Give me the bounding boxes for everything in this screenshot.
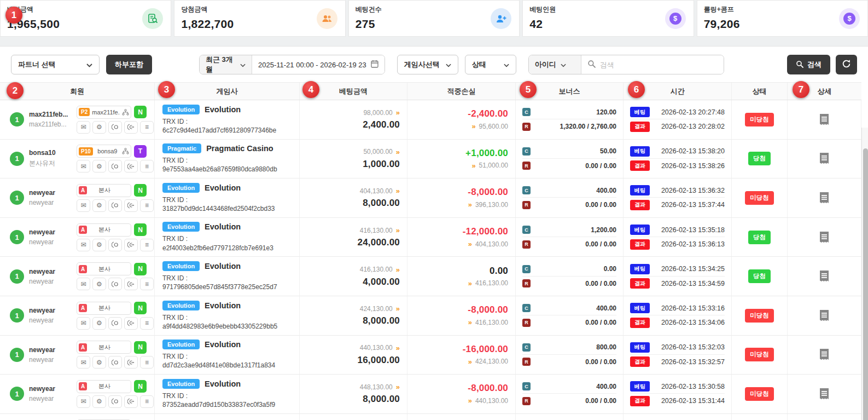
menu-icon[interactable]: ≡ (140, 160, 154, 172)
stats-cards: 베팅금액 1,965,500 당첨금액 1,822,700 베팅건수 275 베… (0, 0, 868, 37)
status-cell: 당첨 (732, 140, 788, 179)
settings-icon[interactable]: ⚙ (92, 356, 106, 369)
bet-time-badge: 베팅 (630, 342, 650, 353)
settings-icon[interactable]: ⚙ (92, 239, 106, 251)
menu-icon[interactable]: ≡ (140, 199, 154, 212)
menu-icon[interactable]: ≡ (140, 121, 154, 134)
mail-icon[interactable]: ✉ (77, 160, 90, 172)
period-select[interactable]: 최근 3개월 (200, 55, 252, 74)
partner-name[interactable]: 본사 (89, 186, 120, 194)
menu-icon[interactable]: ≡ (140, 395, 154, 408)
login-as-icon[interactable] (124, 160, 138, 172)
settings-icon[interactable]: ⚙ (92, 121, 106, 134)
col-header-game[interactable]: 게임사 (155, 83, 300, 100)
mail-icon[interactable]: ✉ (77, 121, 90, 134)
username[interactable]: newyear (29, 346, 72, 354)
mail-icon[interactable]: ✉ (77, 317, 90, 330)
menu-icon[interactable]: ≡ (140, 356, 154, 369)
game-cell: Evolution Evolution TRX ID : 971796805de… (155, 257, 300, 296)
time-cell: 베팅 2026-02-13 15:35:18 결과 2026-02-13 15:… (624, 218, 732, 257)
tree-icon[interactable] (122, 109, 129, 116)
menu-icon[interactable]: ≡ (140, 278, 154, 290)
search-input[interactable] (600, 61, 718, 69)
result-time: 2026-02-13 15:31:44 (661, 397, 725, 405)
login-as-icon[interactable] (124, 121, 138, 134)
login-as-icon[interactable] (124, 278, 138, 290)
settings-icon[interactable]: ⚙ (92, 160, 106, 172)
date-range-input[interactable]: 2025-11-21 00:00 - 2026-02-19 23 (252, 55, 385, 74)
login-as-icon[interactable] (124, 317, 138, 330)
partner-name[interactable]: 본사 (89, 343, 120, 352)
partner-name[interactable]: bonsa9 (95, 148, 120, 154)
money-history-icon[interactable] (108, 356, 122, 369)
mail-icon[interactable]: ✉ (77, 278, 90, 290)
game-select[interactable]: 게임사선택 (397, 55, 458, 74)
mail-icon[interactable]: ✉ (77, 356, 90, 369)
status-select[interactable]: 상태 (465, 55, 516, 74)
money-history-icon[interactable] (108, 160, 122, 172)
username[interactable]: newyear (29, 268, 72, 275)
receipt-icon[interactable] (818, 231, 830, 244)
username[interactable]: newyear (29, 385, 72, 393)
member-actions: ✉ ⚙ ≡ (77, 317, 154, 330)
settings-icon[interactable]: ⚙ (92, 395, 106, 408)
receipt-icon[interactable] (818, 387, 830, 401)
partner-name[interactable]: max211fe... (92, 109, 120, 116)
stat-label: 롤링+콤프 (704, 5, 861, 14)
tree-icon[interactable] (122, 148, 129, 154)
detail-cell (788, 218, 861, 257)
balance-after: 440,130.00 (475, 397, 508, 405)
table-row: ✉ ⚙ ≡ Evolution TRX ID : » (0, 414, 861, 420)
receipt-icon[interactable] (818, 191, 830, 205)
col-header-result[interactable]: 적중손실 (407, 83, 516, 100)
username[interactable]: newyear (29, 307, 72, 314)
menu-icon[interactable]: ≡ (140, 239, 154, 251)
mail-icon[interactable]: ✉ (77, 239, 90, 251)
username[interactable]: newyear (29, 228, 72, 236)
col-header-status[interactable]: 상태 (732, 83, 788, 100)
dollar-glyph: $ (843, 13, 855, 25)
partner-name[interactable]: 본사 (89, 382, 120, 390)
login-as-icon[interactable] (124, 239, 138, 251)
username[interactable]: max211feb... (29, 111, 72, 118)
money-history-icon[interactable] (108, 278, 122, 290)
money-history-icon[interactable] (108, 121, 122, 134)
receipt-icon[interactable] (818, 269, 830, 283)
receipt-icon[interactable] (818, 113, 830, 126)
nickname: newyear (29, 199, 72, 206)
mail-icon[interactable]: ✉ (77, 199, 90, 212)
receipt-icon[interactable] (818, 152, 830, 165)
bet-time-badge: 베팅 (630, 185, 650, 195)
receipt-icon[interactable] (818, 309, 830, 323)
partner-name[interactable]: 본사 (89, 304, 120, 312)
partner-name[interactable]: 본사 (89, 265, 120, 273)
mail-icon[interactable]: ✉ (77, 395, 90, 408)
partner-name[interactable]: 본사 (89, 226, 120, 234)
money-history-icon[interactable] (108, 395, 122, 408)
login-as-icon[interactable] (124, 395, 138, 408)
money-history-icon[interactable] (108, 239, 122, 251)
include-sub-button[interactable]: 하부포함 (106, 55, 152, 74)
username[interactable]: newyear (29, 189, 72, 197)
scrollbar-thumb[interactable] (863, 148, 868, 420)
settings-icon[interactable]: ⚙ (92, 199, 106, 212)
login-as-icon[interactable] (124, 199, 138, 212)
balance-after: 95,600.00 (479, 123, 508, 130)
money-history-icon[interactable] (108, 199, 122, 212)
settings-icon[interactable]: ⚙ (92, 278, 106, 290)
win-loss-amount: -8,000.00 (468, 383, 508, 394)
annotation-marker: 2 (7, 82, 24, 99)
settings-icon[interactable]: ⚙ (92, 317, 106, 330)
receipt-icon[interactable] (818, 348, 830, 361)
search-type-select[interactable]: 아이디 (529, 55, 581, 74)
partner-select[interactable]: 파트너 선택 (11, 55, 100, 74)
status-badge: 미당첨 (745, 113, 774, 126)
money-history-icon[interactable] (108, 317, 122, 330)
menu-icon[interactable]: ≡ (140, 317, 154, 330)
refresh-button[interactable] (836, 55, 857, 74)
search-button[interactable]: 검색 (787, 55, 830, 74)
username[interactable]: bonsa10 (29, 149, 72, 157)
login-as-icon[interactable] (124, 356, 138, 369)
member-badges: P10 bonsa9 T ✉ ⚙ ≡ (77, 145, 154, 172)
vertical-scrollbar[interactable] (861, 128, 868, 420)
